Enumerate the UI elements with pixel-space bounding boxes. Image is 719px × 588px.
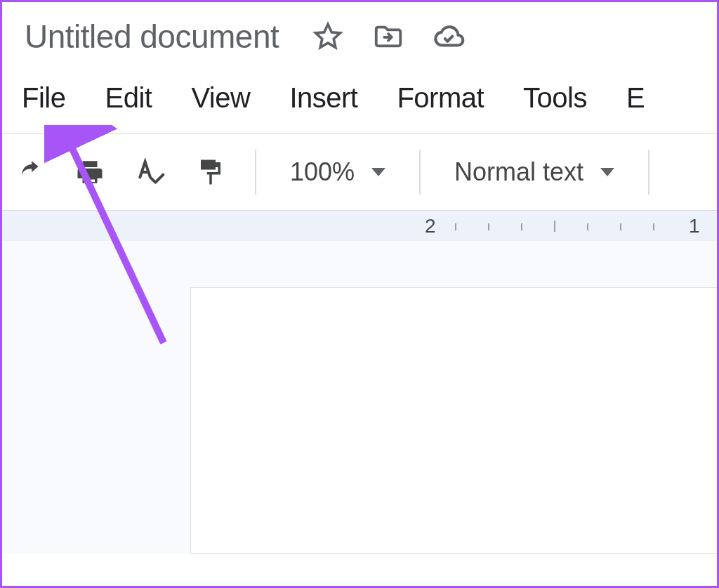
zoom-dropdown[interactable]: 100% bbox=[280, 157, 395, 187]
zoom-value: 100% bbox=[290, 157, 355, 187]
redo-icon[interactable] bbox=[9, 152, 50, 192]
document-title[interactable]: Untitled document bbox=[25, 18, 279, 55]
menu-format[interactable]: Format bbox=[397, 82, 484, 114]
header: Untitled document bbox=[2, 2, 717, 64]
toolbar-separator-1 bbox=[255, 150, 256, 195]
menu-view[interactable]: View bbox=[191, 82, 250, 114]
chevron-down-icon bbox=[371, 168, 385, 176]
toolbar-separator-2 bbox=[419, 150, 421, 195]
toolbar: 100% Normal text bbox=[2, 134, 717, 210]
menu-tools[interactable]: Tools bbox=[523, 82, 587, 114]
print-icon[interactable] bbox=[70, 152, 110, 192]
star-icon[interactable] bbox=[310, 18, 346, 55]
chevron-down-icon bbox=[600, 168, 614, 176]
cloud-saved-icon[interactable] bbox=[430, 18, 467, 55]
menu-edit[interactable]: Edit bbox=[105, 82, 152, 114]
menu-insert[interactable]: Insert bbox=[289, 82, 357, 114]
canvas-area bbox=[2, 241, 717, 554]
ruler-label: 2 bbox=[425, 215, 436, 237]
paragraph-style-value: Normal text bbox=[454, 157, 583, 187]
ruler[interactable]: 2 1 bbox=[2, 210, 717, 241]
paint-format-icon[interactable] bbox=[190, 152, 231, 192]
paragraph-style-dropdown[interactable]: Normal text bbox=[444, 157, 624, 187]
toolbar-separator-3 bbox=[648, 150, 649, 195]
menubar: File Edit View Insert Format Tools E bbox=[2, 64, 717, 133]
ruler-label: 1 bbox=[689, 215, 700, 237]
move-folder-icon[interactable] bbox=[370, 18, 407, 55]
spellcheck-icon[interactable] bbox=[130, 152, 171, 192]
menu-file[interactable]: File bbox=[22, 82, 65, 114]
document-page[interactable] bbox=[190, 287, 718, 554]
menu-extensions-partial[interactable]: E bbox=[626, 82, 645, 114]
